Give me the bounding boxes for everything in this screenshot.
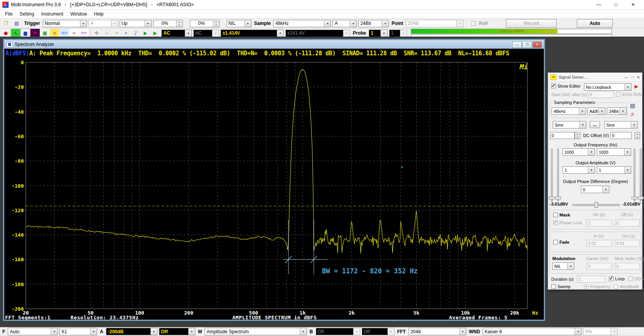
slider-handle[interactable] [638, 197, 644, 199]
menu-window[interactable]: Window [67, 11, 90, 18]
amplitude-slider-a2[interactable] [557, 149, 559, 201]
spin-down-icon[interactable]: ▼ [177, 23, 182, 27]
close-icon[interactable]: ✕ [625, 2, 642, 7]
siggen-title-bar[interactable]: ≋ Signal Gener... — □ ✕ [548, 73, 642, 82]
dropdown-arrow-icon[interactable] [619, 108, 626, 114]
minimize-icon[interactable]: — [590, 2, 607, 7]
menu-help[interactable]: Help [90, 11, 107, 18]
range-a-select[interactable]: ±1.414V [221, 30, 284, 37]
run-loop-icon[interactable]: ▶ [150, 29, 160, 37]
spin-up-icon[interactable]: ▲ [635, 132, 640, 135]
slider-handle[interactable] [555, 197, 561, 199]
dropdown-arrow-icon[interactable] [185, 30, 191, 37]
fade-checkbox[interactable] [553, 240, 558, 245]
device-test-plan-icon[interactable]: ▦ [40, 29, 50, 37]
input-device-icon[interactable]: ✜ [92, 29, 101, 37]
restore-icon[interactable]: ❐ [522, 41, 532, 48]
spin-down-icon[interactable]: ▼ [575, 135, 580, 139]
dc-offset-a-spinner[interactable]: ▲▼ [575, 132, 580, 139]
show-editor-option[interactable]: Show Editor [551, 84, 582, 88]
mask-option[interactable]: Mask [553, 213, 570, 217]
dropdown-arrow-icon[interactable] [598, 108, 605, 114]
waveform-more-button[interactable]: ... [590, 121, 600, 128]
display-mode-select[interactable]: Amplitude Spectrum [205, 328, 307, 335]
spin-up-icon[interactable]: ▲ [177, 20, 182, 24]
trigger-edge-select[interactable]: Up [120, 20, 152, 27]
dropdown-arrow-icon[interactable] [588, 167, 594, 173]
amplitude-a-select[interactable]: 1 [563, 166, 595, 174]
dropdown-arrow-icon[interactable] [188, 328, 195, 335]
run-icon[interactable]: ▶ [141, 29, 150, 37]
amplitude-b-select[interactable]: 1 [597, 166, 631, 174]
frequency-axis-select[interactable]: Auto [8, 328, 58, 335]
trigger-aux-select[interactable]: NIL [226, 20, 251, 27]
dc-offset-a-input[interactable]: 0 [550, 132, 575, 139]
dropdown-arrow-icon[interactable] [277, 30, 283, 37]
dropdown-arrow-icon[interactable] [579, 121, 586, 128]
derived-data-point-icon[interactable]: ≈ [69, 29, 79, 37]
multimeter-icon[interactable]: 88 [30, 29, 40, 37]
sound-output-icon[interactable]: ♪ [131, 29, 140, 37]
sample-rate-select[interactable]: 48kHz [273, 20, 331, 27]
menu-setting[interactable]: Setting [16, 11, 37, 18]
ddp-viewer-icon[interactable]: DDP [79, 29, 88, 37]
start-output-icon[interactable]: ▶ [635, 84, 638, 89]
spin-up-icon[interactable]: ▲ [575, 132, 580, 135]
dropdown-arrow-icon[interactable] [324, 20, 331, 27]
trigger-delay-spinner[interactable]: 0%▲▼ [190, 20, 219, 27]
dropdown-arrow-icon[interactable] [575, 328, 581, 335]
spectrum-title-bar[interactable]: ▆ Spectrum Analyzer — ❐ ✕ [4, 40, 544, 49]
dropdown-arrow-icon[interactable] [602, 186, 609, 193]
open-icon[interactable]: ❐ [1, 19, 11, 28]
persistence-a-select[interactable]: Off [159, 328, 195, 335]
dropdown-arrow-icon[interactable] [145, 20, 151, 27]
oscilloscope-icon[interactable]: ∿ [11, 29, 20, 37]
balance-slider[interactable] [572, 204, 620, 206]
dropdown-arrow-icon[interactable] [150, 328, 157, 335]
save-waveform-icon[interactable]: ▤ [630, 102, 635, 109]
frequency-b-select[interactable]: 1000 [597, 148, 631, 156]
phase-difference-select[interactable]: 0 [581, 186, 609, 193]
sweep-option[interactable]: Sweep [551, 284, 571, 289]
zoom-select[interactable]: X1 [59, 328, 97, 335]
dropdown-arrow-icon[interactable] [579, 108, 586, 114]
score-editor-icon[interactable]: ♬ [630, 111, 635, 117]
spin-down-icon[interactable]: ▼ [635, 135, 640, 139]
spin-up-icon[interactable]: ▲ [213, 20, 219, 24]
dc-offset-b-input[interactable]: 0 [610, 132, 632, 139]
ground-b-icon[interactable]: ⊥B [111, 29, 121, 37]
dropdown-arrow-icon[interactable] [624, 167, 631, 173]
sample-channel-select[interactable]: A [333, 20, 357, 27]
dropdown-arrow-icon[interactable] [51, 328, 57, 335]
siggen-sample-rate-select[interactable]: 48kHz [552, 107, 586, 115]
coupling-a-select[interactable]: AC [161, 30, 192, 37]
menu-file[interactable]: File [2, 11, 16, 18]
dropdown-arrow-icon[interactable] [80, 20, 87, 27]
amplitude-slider-a1[interactable] [551, 149, 553, 201]
loop-option[interactable]: Loop [609, 276, 625, 281]
window-function-select[interactable]: Kaiser 6 [483, 328, 582, 335]
ground-a-icon[interactable]: ⊥A [102, 29, 111, 37]
amplitude-slider-b1[interactable] [633, 149, 635, 201]
auto-button[interactable]: Auto [577, 19, 613, 28]
dropdown-arrow-icon[interactable] [380, 30, 387, 37]
spectrum-3d-plot-icon[interactable]: ≋ [50, 29, 59, 37]
dropdown-arrow-icon[interactable] [567, 263, 574, 269]
fft-size-select[interactable]: 2048 [409, 328, 466, 335]
dropdown-arrow-icon[interactable] [90, 328, 97, 335]
close-icon[interactable]: ✕ [637, 75, 640, 79]
save-icon[interactable]: ▤ [12, 19, 21, 28]
data-logger-icon[interactable]: DLG [60, 29, 69, 37]
menu-instrument[interactable]: Instrument [38, 11, 67, 18]
minimize-icon[interactable]: — [512, 41, 522, 48]
slider-thumb[interactable] [594, 202, 598, 208]
loopback-select[interactable]: No Loopback [584, 83, 632, 91]
slider-handle[interactable] [549, 197, 555, 199]
probe-a-select[interactable]: 1 [369, 30, 387, 37]
fade-option[interactable]: Fade [553, 240, 570, 245]
waveform-a-select[interactable]: Sine [553, 121, 586, 128]
sweep-checkbox[interactable] [551, 284, 556, 289]
probe-pointer-icon[interactable]: ⌖ [121, 29, 131, 37]
loop-checkbox[interactable] [609, 276, 614, 281]
spectrum-plot[interactable]: 0-20-40-60-80-100-120-140-160-180-200205… [4, 58, 544, 320]
